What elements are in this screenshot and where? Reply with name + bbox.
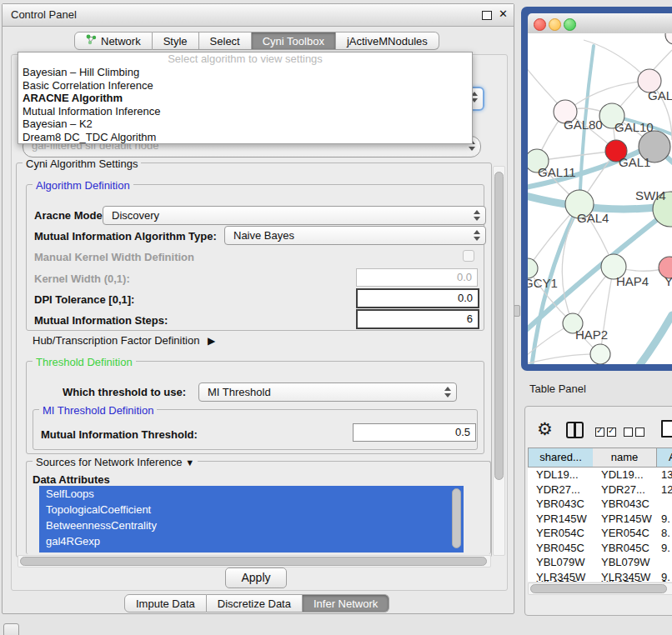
table-cell[interactable]: YDL19... bbox=[601, 468, 658, 482]
mi-type-label: Mutual Information Algorithm Type: bbox=[34, 230, 217, 242]
tab-network[interactable]: Network bbox=[74, 32, 153, 50]
data-attributes-list: SelfLoops TopologicalCoefficient Between… bbox=[39, 486, 464, 552]
hub-definition-expander[interactable]: Hub/Transcription Factor Definition ▶ bbox=[33, 334, 210, 347]
tab-select[interactable]: Select bbox=[199, 32, 252, 50]
table-cell[interactable]: YDR27... bbox=[601, 482, 658, 498]
dropdown-item-highlighted[interactable]: ARACNE Algorithm bbox=[18, 92, 472, 105]
dpi-tolerance-field[interactable]: 0.0 bbox=[356, 288, 479, 308]
aracne-mode-combobox[interactable]: Discovery bbox=[103, 206, 486, 225]
collapse-down-icon: ▼ bbox=[185, 458, 194, 468]
settings-hscrollbar-thumb[interactable] bbox=[20, 557, 487, 566]
tab-impute-data[interactable]: Impute Data bbox=[124, 594, 207, 612]
tab-style[interactable]: Style bbox=[153, 32, 199, 50]
column-header-partial[interactable]: A bbox=[657, 448, 672, 468]
split-columns-icon[interactable] bbox=[566, 422, 584, 438]
settings-vscrollbar-track[interactable] bbox=[493, 166, 505, 556]
control-panel-tabbar: Network Style Select Cyni Toolbox jActiv… bbox=[74, 32, 439, 50]
list-item[interactable]: TopologicalCoefficient bbox=[39, 502, 464, 518]
network-node[interactable] bbox=[590, 344, 610, 364]
control-panel-titlebar: Control Panel ✕ bbox=[3, 4, 514, 27]
table-cell[interactable]: 9. bbox=[661, 541, 672, 556]
tab-jactivemnodules[interactable]: jActiveMNodules bbox=[336, 32, 439, 50]
table-cell[interactable]: YBR045C bbox=[536, 541, 594, 556]
bottom-tabbar: Impute Data Discretize Data Infer Networ… bbox=[124, 594, 389, 612]
mi-threshold-field[interactable]: 0.5 bbox=[353, 423, 476, 442]
mi-steps-field[interactable]: 6 bbox=[356, 309, 479, 329]
table-cell[interactable]: YDL19... bbox=[536, 468, 594, 482]
zoom-traffic-light-icon[interactable] bbox=[564, 18, 576, 31]
table-cell[interactable]: 8. bbox=[661, 526, 672, 541]
table-cell[interactable]: YBL079W bbox=[601, 555, 658, 570]
column-header-shared-name[interactable]: shared... bbox=[528, 448, 594, 468]
select-all-checkboxes-icon[interactable] bbox=[595, 425, 619, 440]
kernel-width-field[interactable]: 0.0 bbox=[356, 268, 478, 287]
dropdown-item[interactable]: Bayesian – K2 bbox=[18, 118, 472, 131]
minimize-traffic-light-icon[interactable] bbox=[549, 18, 561, 31]
dropdown-item[interactable]: Mutual Information Inference bbox=[18, 105, 472, 118]
table-hscrollbar-thumb[interactable] bbox=[530, 584, 667, 593]
table-cell[interactable]: YER054C bbox=[601, 526, 658, 541]
table-cell[interactable]: YDR27... bbox=[536, 482, 594, 498]
panel-title: Control Panel bbox=[11, 8, 77, 21]
minimized-panel-icon[interactable] bbox=[3, 623, 19, 635]
table-cell[interactable]: YPR145W bbox=[601, 512, 658, 527]
close-traffic-light-icon[interactable] bbox=[534, 18, 546, 31]
table-cell[interactable]: YPR145W bbox=[536, 512, 594, 527]
float-window-icon[interactable] bbox=[482, 11, 492, 20]
document-icon[interactable] bbox=[661, 420, 672, 438]
sources-collapser[interactable]: Sources for Network Inference ▼ bbox=[33, 456, 198, 468]
apply-button[interactable]: Apply bbox=[225, 568, 287, 588]
group-title: MI Threshold Definition bbox=[39, 404, 157, 417]
dropdown-placeholder: Select algorithm to view settings bbox=[18, 52, 472, 66]
which-threshold-combobox[interactable]: MI Threshold bbox=[198, 382, 457, 402]
column-header-name[interactable]: name bbox=[593, 448, 657, 468]
algorithm-dropdown-popup: Select algorithm to view settings Bayesi… bbox=[18, 52, 473, 144]
list-item[interactable]: gal4RGexp bbox=[39, 533, 464, 549]
list-scrollbar[interactable] bbox=[452, 488, 461, 548]
network-window-titlebar[interactable] bbox=[528, 13, 672, 34]
table-cell[interactable]: YIL052C bbox=[536, 578, 594, 582]
control-panel: Control Panel ✕ Network Style Select Cy bbox=[2, 3, 514, 614]
node-label: GAL11 bbox=[538, 165, 576, 179]
network-node[interactable] bbox=[665, 33, 672, 44]
table-cell[interactable]: YIL052C bbox=[601, 578, 658, 582]
table-cell[interactable]: 9. bbox=[661, 578, 672, 582]
node-label: GAL bbox=[648, 88, 672, 102]
node-label: HAP2 bbox=[575, 328, 608, 342]
table-cell[interactable]: YER054C bbox=[536, 526, 594, 541]
table-cell[interactable] bbox=[661, 555, 672, 570]
node-label: GAL4 bbox=[577, 211, 609, 225]
deselect-all-checkboxes-icon[interactable] bbox=[624, 425, 647, 440]
node-table: shared... name A YDL19... YDL19... 13 YD… bbox=[528, 448, 672, 582]
settings-hscrollbar-track[interactable] bbox=[18, 555, 491, 568]
list-item[interactable]: SelfLoops bbox=[39, 486, 464, 502]
tab-cyni-toolbox[interactable]: Cyni Toolbox bbox=[252, 32, 336, 50]
table-cell[interactable]: 13 bbox=[661, 468, 672, 482]
mi-type-combobox[interactable]: Naive Bayes bbox=[224, 226, 486, 245]
table-cell[interactable]: YBR045C bbox=[601, 541, 658, 556]
list-item-partial[interactable] bbox=[39, 549, 464, 552]
dropdown-item[interactable]: Dream8 DC_TDC Algorithm bbox=[18, 131, 472, 144]
list-item[interactable]: BetweennessCentrality bbox=[39, 518, 464, 533]
network-canvas[interactable]: GAL GAL80 GAL10 GAL1 GAL11 SWI4 GAL4 GCY… bbox=[528, 33, 672, 364]
node-label: GAL10 bbox=[614, 120, 654, 134]
table-cell[interactable]: YBR043C bbox=[536, 497, 594, 512]
splitpane-divider-handle[interactable] bbox=[514, 305, 520, 317]
table-hscrollbar-track[interactable] bbox=[528, 582, 672, 595]
node-label: HAP4 bbox=[616, 274, 649, 288]
table-cell[interactable]: YBL079W bbox=[536, 555, 594, 570]
table-cell[interactable]: 12 bbox=[661, 482, 672, 498]
close-icon[interactable]: ✕ bbox=[499, 8, 508, 20]
group-title: Threshold Definition bbox=[33, 356, 136, 368]
node-label: GCY1 bbox=[528, 276, 558, 290]
settings-gear-icon[interactable]: ⚙ bbox=[537, 420, 553, 438]
table-cell[interactable]: 9. bbox=[661, 512, 672, 527]
settings-vscrollbar-thumb[interactable] bbox=[494, 172, 504, 480]
tab-discretize-data[interactable]: Discretize Data bbox=[207, 594, 303, 612]
tab-infer-network[interactable]: Infer Network bbox=[303, 594, 389, 612]
table-cell[interactable] bbox=[661, 497, 672, 512]
table-cell[interactable]: YBR043C bbox=[601, 497, 658, 512]
dropdown-item[interactable]: Basic Correlation Inference bbox=[18, 79, 472, 92]
manual-kernel-checkbox[interactable] bbox=[463, 250, 474, 262]
dropdown-item[interactable]: Bayesian – Hill Climbing bbox=[18, 66, 472, 79]
